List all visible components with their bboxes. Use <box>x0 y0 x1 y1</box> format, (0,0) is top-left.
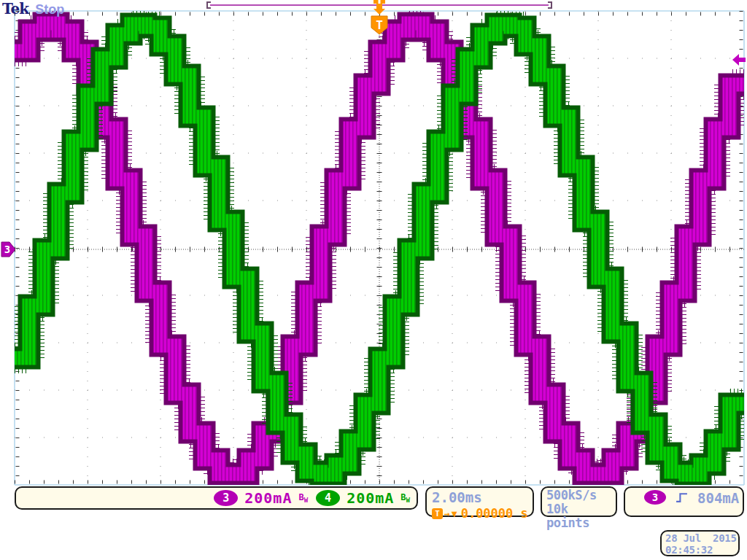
trigger-readout-box: 3 804mA <box>624 486 744 517</box>
bw-letter: B <box>400 492 406 502</box>
rising-edge-icon <box>676 491 688 504</box>
bandwidth-limit-icon: BW <box>298 492 308 504</box>
time-value: 02:45:32 <box>665 544 738 556</box>
channel-3-scale: 200mA <box>244 489 292 507</box>
record-view-bar <box>207 0 551 15</box>
channel-3-ground-marker: 3 <box>1 242 15 257</box>
trigger-position-value: 0.00000 s <box>461 506 528 521</box>
trigger-source-badge: 3 <box>644 490 666 505</box>
acquisition-status: Stop <box>35 2 64 18</box>
down-arrow-icon: ▼ <box>452 508 457 519</box>
channel-4-scale: 200mA <box>347 489 394 507</box>
right-arrow-icon: → <box>444 508 450 519</box>
record-length: 10k points <box>546 502 616 530</box>
trigger-position-readout: T → ▼ 0.00000 s <box>432 506 533 521</box>
bw-sub: W <box>406 497 410 504</box>
channel-4-readout: 4 200mA BW <box>316 489 410 507</box>
acquisition-readout-box: 500kS/s 10k points <box>541 486 617 517</box>
timebase-scale: 2.00ms <box>432 489 533 505</box>
sample-rate: 500kS/s <box>546 489 616 502</box>
datetime-box: 28 Jul 2015 02:45:32 <box>660 530 740 556</box>
date-value: 28 Jul 2015 <box>665 532 738 544</box>
waveform-display: T3 <box>0 0 747 560</box>
bandwidth-limit-icon: BW <box>400 492 410 504</box>
bw-sub: W <box>304 497 308 504</box>
svg-text:3: 3 <box>4 244 10 255</box>
channel-4-badge: 4 <box>316 490 340 506</box>
header-bar: Tek Stop <box>2 0 64 16</box>
svg-text:T: T <box>376 18 383 32</box>
trigger-level-value: 804mA <box>697 490 739 506</box>
trigger-t-icon: T <box>432 508 443 519</box>
bw-letter: B <box>298 492 303 502</box>
channel-3-badge: 3 <box>214 490 238 506</box>
tek-logo: Tek <box>2 0 28 18</box>
channel-readout-box: 3 200mA BW 4 200mA BW <box>15 486 418 510</box>
channel-3-readout: 3 200mA BW <box>214 489 308 507</box>
timebase-readout-box: 2.00ms T → ▼ 0.00000 s <box>425 486 534 517</box>
